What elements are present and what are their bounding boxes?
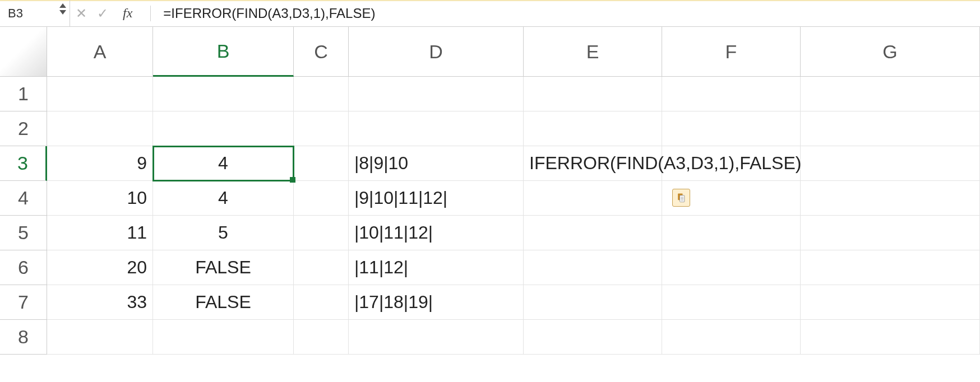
row-2 — [47, 111, 980, 146]
name-box[interactable]: B3 — [0, 0, 70, 26]
column-header-A[interactable]: A — [47, 27, 153, 77]
cell-A3[interactable]: 9 — [47, 146, 153, 181]
cell-A4[interactable]: 10 — [47, 181, 153, 216]
row-header-1[interactable]: 1 — [0, 77, 47, 111]
cell-F2[interactable] — [662, 111, 801, 146]
row-4: 104|9|10|11|12| — [47, 181, 980, 216]
cell-A8[interactable] — [47, 320, 153, 355]
cell-C5[interactable] — [294, 216, 349, 250]
cell-G5[interactable] — [801, 216, 980, 250]
column-header-B[interactable]: B — [153, 27, 294, 77]
cell-E2[interactable] — [524, 111, 662, 146]
cell-A6[interactable]: 20 — [47, 250, 153, 285]
cell-D2[interactable] — [349, 111, 524, 146]
cell-F1[interactable] — [662, 77, 801, 111]
row-header-5[interactable]: 5 — [0, 216, 47, 250]
row-1 — [47, 77, 980, 111]
cells-area: 94|8|9|10IFERROR(FIND(A3,D3,1),FALSE)104… — [47, 77, 980, 355]
spreadsheet-grid: ABCDEFG 12345678 94|8|9|10IFERROR(FIND(A… — [0, 27, 980, 382]
cell-A7[interactable]: 33 — [47, 285, 153, 320]
cell-E1[interactable] — [524, 77, 662, 111]
select-all-corner[interactable] — [0, 27, 47, 77]
fx-label[interactable]: fx — [118, 6, 137, 21]
cell-D5[interactable]: |10|11|12| — [349, 216, 524, 250]
column-header-D[interactable]: D — [349, 27, 524, 77]
cell-F7[interactable] — [662, 285, 801, 320]
row-3: 94|8|9|10IFERROR(FIND(A3,D3,1),FALSE) — [47, 146, 980, 181]
cell-C7[interactable] — [294, 285, 349, 320]
row-5: 115|10|11|12| — [47, 216, 980, 250]
cell-C3[interactable] — [294, 146, 349, 181]
cell-B2[interactable] — [153, 111, 294, 146]
cell-D8[interactable] — [349, 320, 524, 355]
cell-C6[interactable] — [294, 250, 349, 285]
cell-G8[interactable] — [801, 320, 980, 355]
paste-options-icon[interactable] — [672, 189, 690, 207]
row-header-8[interactable]: 8 — [0, 320, 47, 355]
row-8 — [47, 320, 980, 355]
row-6: 20FALSE|11|12| — [47, 250, 980, 285]
cell-G1[interactable] — [801, 77, 980, 111]
cell-D3[interactable]: |8|9|10 — [349, 146, 524, 181]
cell-G2[interactable] — [801, 111, 980, 146]
cell-C4[interactable] — [294, 181, 349, 216]
cell-D7[interactable]: |17|18|19| — [349, 285, 524, 320]
cell-C1[interactable] — [294, 77, 349, 111]
cell-B5[interactable]: 5 — [153, 216, 294, 250]
cell-G7[interactable] — [801, 285, 980, 320]
column-headers: ABCDEFG — [47, 27, 980, 77]
cell-B6[interactable]: FALSE — [153, 250, 294, 285]
accept-icon[interactable]: ✓ — [97, 6, 108, 21]
formula-bar-buttons: ✕ ✓ fx — [70, 0, 160, 26]
column-header-C[interactable]: C — [294, 27, 349, 77]
row-header-6[interactable]: 6 — [0, 250, 47, 285]
cell-F4[interactable] — [662, 181, 801, 216]
cell-F8[interactable] — [662, 320, 801, 355]
column-header-F[interactable]: F — [662, 27, 801, 77]
formula-bar: B3 ✕ ✓ fx — [0, 0, 980, 27]
cell-E6[interactable] — [524, 250, 662, 285]
row-header-3[interactable]: 3 — [0, 146, 47, 181]
cell-B1[interactable] — [153, 77, 294, 111]
cell-B3[interactable]: 4 — [153, 146, 294, 181]
cell-E7[interactable] — [524, 285, 662, 320]
cell-E3[interactable]: IFERROR(FIND(A3,D3,1),FALSE) — [524, 146, 662, 181]
cell-G4[interactable] — [801, 181, 980, 216]
cell-B7[interactable]: FALSE — [153, 285, 294, 320]
cell-B4[interactable]: 4 — [153, 181, 294, 216]
row-headers: 12345678 — [0, 77, 47, 355]
name-box-spinner[interactable] — [59, 2, 66, 16]
spinner-down-icon[interactable] — [59, 10, 66, 15]
cell-A5[interactable]: 11 — [47, 216, 153, 250]
column-header-G[interactable]: G — [801, 27, 980, 77]
cell-E5[interactable] — [524, 216, 662, 250]
cell-D1[interactable] — [349, 77, 524, 111]
cell-C8[interactable] — [294, 320, 349, 355]
cell-D4[interactable]: |9|10|11|12| — [349, 181, 524, 216]
row-header-2[interactable]: 2 — [0, 111, 47, 146]
fill-handle[interactable] — [290, 177, 295, 183]
cell-A1[interactable] — [47, 77, 153, 111]
cell-F5[interactable] — [662, 216, 801, 250]
formula-input[interactable] — [160, 0, 980, 26]
column-header-E[interactable]: E — [524, 27, 662, 77]
cell-B8[interactable] — [153, 320, 294, 355]
cell-F6[interactable] — [662, 250, 801, 285]
cell-G3[interactable] — [801, 146, 980, 181]
spinner-up-icon[interactable] — [59, 3, 66, 8]
cell-E8[interactable] — [524, 320, 662, 355]
row-header-4[interactable]: 4 — [0, 181, 47, 216]
cell-D6[interactable]: |11|12| — [349, 250, 524, 285]
cell-C2[interactable] — [294, 111, 349, 146]
row-7: 33FALSE|17|18|19| — [47, 285, 980, 320]
name-box-value: B3 — [8, 6, 23, 21]
cell-G6[interactable] — [801, 250, 980, 285]
divider — [150, 6, 151, 21]
cell-A2[interactable] — [47, 111, 153, 146]
cell-E4[interactable] — [524, 181, 662, 216]
row-header-7[interactable]: 7 — [0, 285, 47, 320]
cancel-icon[interactable]: ✕ — [76, 6, 87, 21]
